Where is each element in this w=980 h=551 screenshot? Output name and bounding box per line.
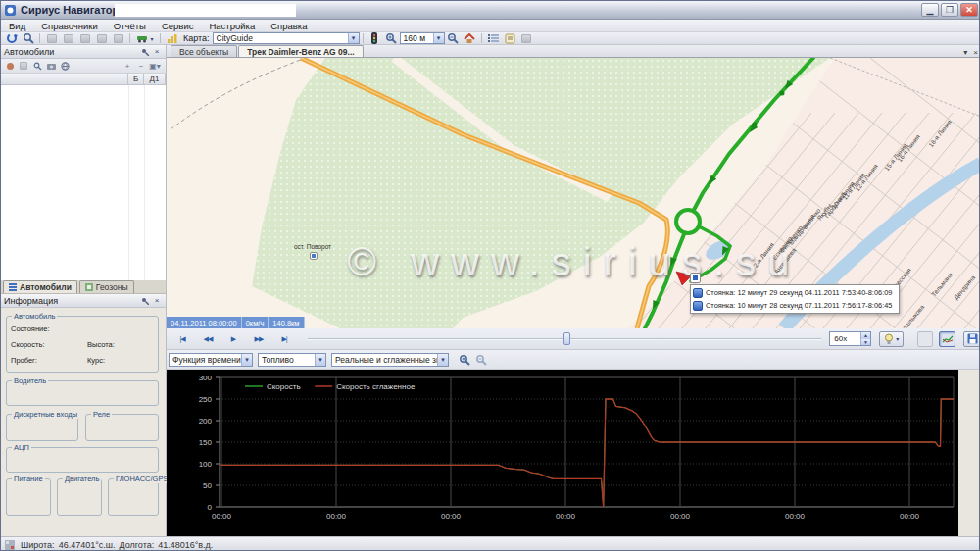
field-mileage-label: Пробег: <box>11 356 37 365</box>
maximize-button[interactable]: ❐ <box>941 3 958 17</box>
traffic-light-button[interactable] <box>368 32 382 44</box>
application-window: Сириус Навигатор - ▁ ❐ ✕ ВидСправочникиО… <box>0 0 980 551</box>
column-header-d1[interactable]: Д1 <box>144 74 166 84</box>
play-button[interactable]: ▶ <box>223 331 243 346</box>
svg-text:00:00: 00:00 <box>785 512 806 521</box>
disabled-tool-icon <box>61 32 75 44</box>
home-button[interactable] <box>463 32 477 44</box>
vehicles-panel-header: Автомобили × <box>1 45 166 59</box>
chevron-down-icon[interactable]: ▾ <box>241 354 252 366</box>
floppy-icon <box>967 333 978 344</box>
rewind-button[interactable]: ◀◀ <box>198 331 218 346</box>
remove-icon[interactable]: − <box>135 61 147 72</box>
tab-track[interactable]: Трек Daimler-Benz AG 09... <box>238 45 363 57</box>
stop-tooltip-row[interactable]: Стоянка: 12 минут 29 секунд 04.11.2011 7… <box>693 286 897 299</box>
adc-group: АЦП <box>6 447 159 473</box>
close-icon[interactable]: × <box>151 46 163 57</box>
tab-vehicles[interactable]: Автомобили <box>3 280 77 293</box>
map-select[interactable]: CityGuide ▾ <box>213 32 360 44</box>
sidebar-dock-tabs: Автомобили Геозоны <box>1 280 166 294</box>
chart-zoom-out-button[interactable] <box>473 354 488 366</box>
close-icon[interactable]: × <box>151 295 163 306</box>
chart-zoom-in-button[interactable] <box>457 354 471 366</box>
engine-group: Двигатель <box>57 478 102 516</box>
save-button[interactable] <box>963 331 980 347</box>
roundabout <box>676 210 700 233</box>
refresh-button[interactable] <box>4 32 19 44</box>
fast-forward-button[interactable]: ▶▶ <box>249 331 269 346</box>
svg-text:00:00: 00:00 <box>326 512 347 521</box>
zoom-in-button[interactable] <box>384 32 399 44</box>
vehicles-sidebar: Автомобили × + − ▣▾ Б Д1 Автом <box>1 45 167 536</box>
info-panel-header: Информация × <box>1 294 166 308</box>
filter-icon <box>18 61 29 72</box>
map-view[interactable]: 18-я Линия16-я Линия15-я Линия12-я Линия… <box>167 58 980 328</box>
vehicle-menu-button[interactable]: ▾ <box>134 32 156 44</box>
skip-end-button[interactable]: ▶| <box>274 331 294 346</box>
main-toolbar: ▾ Карта: CityGuide ▾ 160 м ▾ <box>1 32 980 45</box>
globe-icon[interactable] <box>59 61 71 72</box>
chevron-down-icon[interactable]: ▾ <box>433 33 444 43</box>
menu-item-6[interactable]: Справка <box>263 21 315 31</box>
chevron-down-icon[interactable]: ▾ <box>315 354 325 366</box>
speed-chart[interactable]: 05010015020025030000:0000:0000:0000:0000… <box>167 370 958 536</box>
camera-icon[interactable] <box>45 61 57 72</box>
vehicles-list[interactable] <box>1 85 166 280</box>
minimize-button[interactable]: ▁ <box>921 3 939 17</box>
disabled-tool-icon <box>94 32 109 44</box>
svg-text:00:00: 00:00 <box>670 512 691 521</box>
pin-icon[interactable] <box>139 46 151 57</box>
info-panel-title: Информация <box>4 296 139 306</box>
stop-marker-icon[interactable] <box>690 273 701 283</box>
chart-function-select[interactable]: Функция времени ▾ <box>169 353 253 367</box>
spin-down-icon[interactable]: ▼ <box>861 339 870 346</box>
group-icon[interactable] <box>4 61 16 72</box>
overlay-speed: 0км/ч <box>242 317 270 328</box>
chart-icon <box>942 334 954 344</box>
chart-sensor-select[interactable]: Топливо ▾ <box>258 353 326 367</box>
track-position-slider[interactable] <box>308 331 821 346</box>
secondary-view-button[interactable] <box>917 331 933 347</box>
columns-icon[interactable]: ▣▾ <box>149 61 161 72</box>
watermark: © www.sirius.su <box>172 240 976 284</box>
list-view-button[interactable] <box>486 32 501 44</box>
overlay-distance: 140.8км <box>269 317 304 328</box>
svg-text:150: 150 <box>199 438 213 447</box>
menu-item-3[interactable]: Отчёты <box>106 21 154 31</box>
search-button[interactable] <box>21 32 35 44</box>
add-icon[interactable]: + <box>122 61 133 72</box>
dashed-path <box>171 58 306 129</box>
close-button[interactable]: ✕ <box>960 3 978 17</box>
disabled-tool-icon <box>77 32 92 44</box>
parking-icon <box>693 301 703 311</box>
column-header-name[interactable] <box>1 74 128 84</box>
chevron-down-icon[interactable]: ▾ <box>437 354 448 366</box>
tab-close-icon[interactable]: × <box>973 48 978 57</box>
chevron-down-icon[interactable]: ▾ <box>348 33 359 43</box>
chart-toolbar: Функция времени ▾ Топливо ▾ Реальные и с… <box>167 350 980 370</box>
map-zoom-select[interactable]: 160 м ▾ <box>400 32 445 44</box>
playback-speed-spinner[interactable]: 60x ▲▼ <box>829 331 871 346</box>
skip-start-button[interactable]: |◀ <box>172 331 192 346</box>
tab-all-objects[interactable]: Все объекты <box>171 45 237 57</box>
tab-geozones[interactable]: Геозоны <box>79 280 134 293</box>
column-header-b[interactable]: Б <box>128 74 144 84</box>
search-icon[interactable] <box>31 61 43 72</box>
zoom-out-button[interactable] <box>446 32 461 44</box>
map-tab-bar: Все объекты Трек Daimler-Benz AG 09... ▾… <box>167 45 980 58</box>
tab-list-chevron-icon[interactable]: ▾ <box>963 48 967 57</box>
menu-item-4[interactable]: Сервис <box>154 21 202 31</box>
menu-item-2[interactable]: Справочники <box>33 21 106 31</box>
menu-item-1[interactable]: Вид <box>1 21 33 31</box>
chart-mode-select[interactable]: Реальные и сглаженные значен ▾ <box>331 353 449 367</box>
chart-button[interactable] <box>165 32 179 44</box>
show-chart-button[interactable] <box>939 331 956 347</box>
menu-item-5[interactable]: Настройка <box>201 21 263 31</box>
slider-handle[interactable] <box>564 332 570 345</box>
highlight-track-button[interactable]: ▾ <box>879 331 904 347</box>
svg-text:200: 200 <box>199 417 213 426</box>
speed-chart-panel: 05010015020025030000:0000:0000:0000:0000… <box>167 370 980 536</box>
pin-icon[interactable] <box>139 295 151 306</box>
stop-tooltip-row[interactable]: Стоянка: 10 минут 28 секунд 07.11.2011 7… <box>693 299 897 312</box>
notes-button[interactable] <box>503 32 517 44</box>
